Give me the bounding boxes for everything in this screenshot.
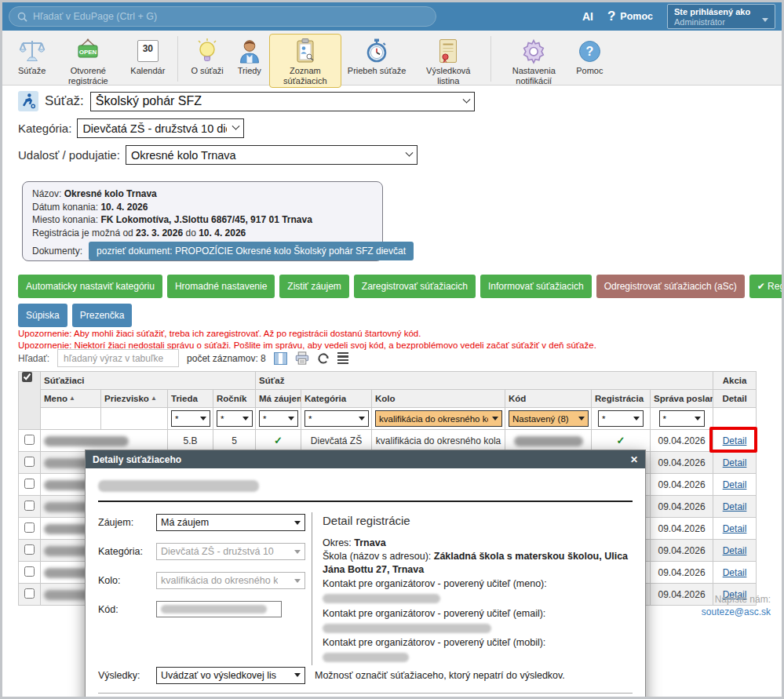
col-header-ma-zaujem[interactable]: Má záujem bbox=[256, 390, 301, 408]
kategoria-select-disabled: Dievčatá ZŠ - družstvá 10 bbox=[156, 543, 305, 560]
toolbar-item-o-sutazi[interactable]: O súťaži bbox=[184, 34, 229, 78]
col-header-kolo[interactable]: Kolo bbox=[372, 390, 505, 408]
registration-check-icon: ✓ bbox=[592, 430, 651, 452]
col-header-rocnik[interactable]: Ročník bbox=[213, 390, 256, 408]
chevron-down-icon bbox=[762, 18, 768, 22]
toolbar-item-zoznam-sutaziacich[interactable]: Zoznam súťažiacich bbox=[269, 34, 341, 88]
toolbar-separator bbox=[177, 36, 178, 82]
toolbar-item-kalendar[interactable]: 30 Kalendár bbox=[124, 34, 171, 78]
detail-link[interactable]: Detail bbox=[723, 435, 747, 446]
detail-link[interactable]: Detail bbox=[723, 523, 747, 534]
select-all-cell bbox=[19, 372, 41, 430]
table-search-input[interactable] bbox=[57, 349, 179, 367]
row-checkbox[interactable] bbox=[24, 457, 35, 467]
check-icon: ✔ bbox=[757, 281, 765, 292]
toolbar-item-priebeh-sutaze[interactable]: Priebeh súťaže bbox=[341, 34, 412, 78]
register-competitors-button[interactable]: Zaregistrovať súťažiacich bbox=[354, 275, 476, 298]
global-search-input[interactable]: Hľadať v EduPage (Ctrl + G) bbox=[9, 6, 436, 27]
school-registration-button[interactable]: ✔ Registrácia školy bbox=[749, 275, 784, 298]
close-icon[interactable]: ✕ bbox=[630, 454, 638, 465]
columns-icon[interactable] bbox=[274, 352, 287, 365]
group-header-akcia: Akcia bbox=[713, 372, 757, 390]
col-header-sprava[interactable]: Správa poslaná bbox=[651, 390, 713, 408]
stopwatch-icon bbox=[363, 36, 390, 66]
col-header-registracia[interactable]: Registrácia bbox=[592, 390, 651, 408]
group-header-sutaz: Súťaž bbox=[256, 372, 713, 390]
kolo-select-disabled: kvalifikácia do okresného k bbox=[156, 572, 305, 589]
row-checkbox[interactable] bbox=[24, 479, 35, 489]
col-header-trieda[interactable]: Trieda bbox=[168, 390, 213, 408]
detail-link[interactable]: Detail bbox=[723, 501, 747, 512]
event-select[interactable]: Okresné kolo Trnava bbox=[126, 145, 418, 165]
zaujem-select[interactable]: Má záujem bbox=[156, 514, 305, 531]
filter-row: * * * * kvalifikácia do okresného kola (… bbox=[19, 408, 757, 430]
kod-input[interactable] bbox=[156, 601, 282, 617]
col-header-meno[interactable]: Meno▲ bbox=[41, 390, 101, 408]
filter-rocnik-select[interactable]: * bbox=[217, 410, 253, 427]
toolbar-item-pomoc[interactable]: ? Pomoc bbox=[570, 34, 609, 78]
soccer-player-icon bbox=[18, 91, 38, 111]
competitor-detail-modal: Detaily súťažiaceho ✕ Záujem: Má záujem … bbox=[85, 450, 646, 699]
detail-link[interactable]: Detail bbox=[723, 567, 747, 578]
toolbar-item-nastavenia-notifikacii[interactable]: Nastavenia notifikácií bbox=[498, 34, 570, 88]
filter-registracia-select[interactable]: * bbox=[598, 410, 644, 427]
toolbar-item-sutaze[interactable]: Súťaže bbox=[12, 34, 52, 78]
col-header-kategoria[interactable]: Kategória bbox=[301, 390, 372, 408]
toolbar-item-vysledkova-listina[interactable]: Výsledková listina bbox=[412, 34, 484, 88]
detail-link[interactable]: Detail bbox=[723, 545, 747, 556]
list-view-icon[interactable] bbox=[337, 352, 348, 365]
scales-icon bbox=[19, 36, 46, 66]
user-role-label: Ste prihlásený ako bbox=[674, 6, 768, 17]
contact-email-link[interactable]: souteze@asc.sk bbox=[702, 606, 771, 617]
filter-ma-zaujem-select[interactable]: * bbox=[259, 410, 298, 427]
kategoria-label: Kategória: bbox=[98, 546, 156, 557]
row-checkbox[interactable] bbox=[24, 544, 35, 555]
col-header-priezvisko[interactable]: Priezvisko▲ bbox=[101, 390, 168, 408]
help-button[interactable]: ? Pomoc bbox=[607, 9, 653, 24]
row-checkbox[interactable] bbox=[24, 588, 35, 599]
row-checkbox[interactable] bbox=[24, 501, 35, 511]
filter-trieda-select[interactable]: * bbox=[171, 410, 210, 427]
bulk-settings-button[interactable]: Hromadné nastavenie bbox=[167, 275, 275, 298]
auto-set-category-button[interactable]: Automaticky nastaviť kategóriu bbox=[18, 275, 162, 298]
competition-select[interactable]: Školský pohár SFZ bbox=[90, 92, 475, 111]
col-header-kod[interactable]: Kód bbox=[505, 390, 592, 408]
user-menu[interactable]: Ste prihlásený ako Administrátor bbox=[667, 4, 775, 29]
redacted-name bbox=[44, 436, 129, 446]
view-document-button[interactable]: pozrieť dokument: PROPOZÍCIE Okresné kol… bbox=[89, 242, 414, 260]
refresh-icon[interactable] bbox=[317, 352, 330, 365]
okres-value: Trnava bbox=[354, 537, 385, 548]
toolbar-item-otvorene-registracie[interactable]: OPEN Otvorené registrácie bbox=[52, 34, 124, 88]
filter-kategoria-select[interactable]: * bbox=[304, 410, 369, 427]
row-checkbox[interactable] bbox=[24, 435, 35, 445]
roster-button[interactable]: Súpiska bbox=[18, 304, 67, 327]
competition-label: Súťaž: bbox=[45, 93, 84, 109]
attendance-button[interactable]: Prezenčka bbox=[72, 304, 133, 327]
print-icon[interactable] bbox=[295, 351, 309, 365]
registration-to-date: 10. 4. 2026 bbox=[199, 228, 246, 238]
registration-detail-title: Detail registrácie bbox=[323, 512, 633, 530]
unregister-competitors-button[interactable]: Odregistrovať súťažiacich (aSc) bbox=[596, 275, 745, 298]
chevron-down-icon bbox=[232, 122, 240, 130]
zaujem-label: Záujem: bbox=[98, 517, 156, 528]
event-date-label: Dátum konania: bbox=[32, 202, 98, 213]
detail-link[interactable]: Detail bbox=[723, 457, 747, 468]
category-select[interactable]: Dievčatá ZŠ - družstvá 10 dievčat bbox=[77, 118, 244, 138]
filter-kolo-select[interactable]: kvalifikácia do okresného kola (8) bbox=[375, 410, 502, 427]
vysledky-select[interactable]: Uvádzať vo výsledkovej lis bbox=[156, 667, 305, 684]
registration-detail: Detail registrácie Okres: Trnava Škola (… bbox=[312, 512, 633, 665]
select-all-checkbox[interactable] bbox=[22, 372, 32, 382]
open-sign-icon: OPEN bbox=[75, 36, 101, 66]
contact-footer: Napíšte nám: souteze@asc.sk bbox=[702, 593, 771, 618]
edupage-window: Hľadať v EduPage (Ctrl + G) AI ? Pomoc S… bbox=[0, 0, 784, 699]
detail-link[interactable]: Detail bbox=[723, 479, 747, 490]
inform-competitors-button[interactable]: Informovať súťažiacich bbox=[480, 275, 592, 298]
check-interest-button[interactable]: Zistiť záujem bbox=[279, 275, 349, 298]
row-checkbox[interactable] bbox=[24, 566, 35, 577]
filter-sprava-select[interactable]: * bbox=[659, 410, 705, 427]
row-checkbox[interactable] bbox=[24, 522, 35, 533]
filter-kod-select[interactable]: Nastavený (8) bbox=[509, 410, 589, 427]
ai-button[interactable]: AI bbox=[582, 10, 593, 23]
search-icon bbox=[17, 12, 27, 22]
toolbar-item-triedy[interactable]: Triedy bbox=[230, 34, 269, 78]
